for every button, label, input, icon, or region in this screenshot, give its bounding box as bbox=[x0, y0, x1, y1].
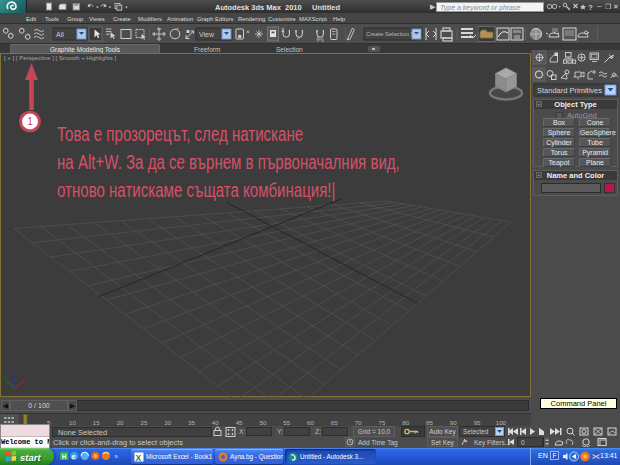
svg-text:All: All bbox=[56, 31, 64, 38]
svg-text:65: 65 bbox=[331, 419, 338, 426]
svg-text:50: 50 bbox=[259, 419, 266, 426]
svg-text:25: 25 bbox=[140, 419, 147, 426]
svg-text:»: » bbox=[114, 453, 118, 460]
svg-text:10: 10 bbox=[69, 419, 76, 426]
svg-text:95: 95 bbox=[474, 419, 481, 426]
svg-text:15: 15 bbox=[93, 419, 100, 426]
svg-text:70: 70 bbox=[355, 419, 362, 426]
svg-text:55: 55 bbox=[283, 419, 290, 426]
svg-text:80: 80 bbox=[402, 419, 409, 426]
svg-text:35: 35 bbox=[188, 419, 195, 426]
svg-text:e: e bbox=[71, 451, 75, 460]
svg-text:85: 85 bbox=[426, 419, 433, 426]
svg-text:z: z bbox=[13, 370, 16, 375]
svg-text:3: 3 bbox=[281, 27, 284, 33]
svg-text:y: y bbox=[4, 374, 7, 380]
svg-text:100: 100 bbox=[496, 419, 507, 426]
svg-text:20: 20 bbox=[117, 419, 124, 426]
svg-text:45: 45 bbox=[236, 419, 243, 426]
svg-text:X: X bbox=[136, 452, 142, 462]
svg-text:H: H bbox=[62, 452, 67, 459]
svg-text:?: ? bbox=[588, 3, 593, 12]
svg-text:View: View bbox=[199, 31, 215, 38]
svg-text:Standard Primitives: Standard Primitives bbox=[537, 86, 602, 95]
svg-text:Create Selection Se: Create Selection Se bbox=[366, 31, 418, 37]
svg-text:1: 1 bbox=[27, 116, 33, 127]
svg-text:x: x bbox=[24, 374, 27, 380]
svg-text:start: start bbox=[20, 451, 41, 462]
svg-text:90: 90 bbox=[450, 419, 457, 426]
svg-text:30: 30 bbox=[164, 419, 171, 426]
svg-text:75: 75 bbox=[378, 419, 385, 426]
svg-text:60: 60 bbox=[307, 419, 314, 426]
svg-text:40: 40 bbox=[212, 419, 219, 426]
